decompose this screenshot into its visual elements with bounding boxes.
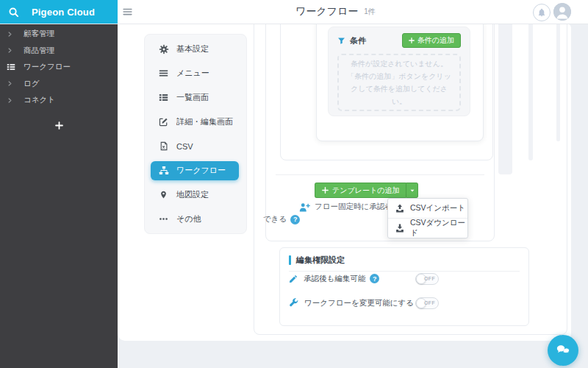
toggle-state-label: OFF	[424, 300, 435, 305]
tab-label: 詳細・編集画面	[176, 116, 233, 127]
sidebar-item-label: ログ	[24, 79, 40, 89]
download-icon	[395, 224, 404, 233]
sidebar-item-workflow[interactable]: ワークフロー	[0, 59, 118, 76]
chevron-right-icon	[7, 80, 17, 87]
gear-icon	[158, 44, 169, 54]
th-list-icon	[7, 63, 17, 71]
topbar: Pigeon Cloud ワークフロー 1件	[0, 0, 588, 24]
tab-label: 一覧画面	[176, 92, 209, 103]
plus-icon	[322, 187, 329, 194]
section-accent-bar	[289, 255, 291, 265]
add-template-label: テンプレートの追加	[332, 185, 399, 196]
nested-card-edge	[528, 24, 533, 160]
toggle-workflow-changeable[interactable]: OFF	[415, 297, 439, 309]
sidebar-item-connect[interactable]: コネクト	[0, 92, 118, 109]
tab-workflow[interactable]: ワークフロー	[151, 161, 239, 180]
menu-item-csv-download[interactable]: CSVダウンロード	[388, 218, 467, 238]
add-template-button[interactable]: テンプレートの追加	[315, 183, 406, 198]
content-area: 基本設定 メニュー 一覧画面	[118, 24, 588, 368]
page-title: ワークフロー	[295, 5, 358, 18]
nested-card-edge	[498, 24, 512, 174]
divider	[289, 271, 520, 272]
toggle-editable-after-approval[interactable]: OFF	[415, 273, 439, 285]
brand-title: Pigeon Cloud	[19, 7, 118, 18]
bars-icon	[158, 68, 169, 78]
empty-message-line: 「条件の追加」ボタンをクリッ	[347, 70, 451, 82]
permission-row-editable-after-approval: 承認後も編集可能 ? OFF	[289, 272, 520, 285]
edit-permissions-title: 編集権限設定	[296, 255, 345, 266]
permission-label: ワークフローを変更可能にする	[304, 298, 414, 308]
avatar[interactable]	[553, 3, 571, 21]
chat-button[interactable]	[548, 335, 578, 366]
add-condition-button[interactable]: 条件の追加	[402, 33, 461, 48]
ellipsis-icon	[158, 214, 169, 224]
bell-icon	[537, 8, 546, 17]
approver-note-continued: できる ?	[263, 214, 300, 224]
th-list-icon	[158, 93, 169, 102]
help-icon[interactable]: ?	[290, 215, 300, 224]
conditions-title: 条件	[350, 35, 366, 46]
empty-message-line: い。	[392, 95, 406, 107]
conditions-panel: 条件 条件の追加 条件が設定されていません。 「条件の追加」ボタンをクリッ クし…	[328, 26, 470, 116]
tab-basic-settings[interactable]: 基本設定	[145, 37, 246, 61]
tab-label: その他	[176, 213, 201, 224]
tab-detail-edit-screen[interactable]: 詳細・編集画面	[145, 110, 246, 134]
sidebar: 顧客管理 商品管理 ワークフロー ログ コネクト	[0, 24, 118, 368]
nested-card-edge	[556, 24, 560, 141]
plus-icon	[56, 122, 62, 129]
add-condition-label: 条件の追加	[417, 35, 454, 46]
sidebar-item-customers[interactable]: 顧客管理	[0, 26, 118, 43]
brand-block[interactable]: Pigeon Cloud	[0, 0, 118, 24]
pencil-icon	[289, 275, 298, 283]
notifications-button[interactable]	[533, 4, 551, 21]
plus-icon	[409, 38, 415, 43]
tab-label: 基本設定	[176, 43, 209, 54]
edit-permissions-box: 編集権限設定 承認後も編集可能 ? OFF	[279, 247, 529, 326]
empty-message-line: クして条件を追加してくださ	[351, 82, 448, 95]
conditions-title-row: 条件	[337, 35, 366, 46]
sidebar-item-label: 商品管理	[24, 46, 54, 56]
record-count: 1件	[364, 7, 376, 17]
sidebar-item-label: 顧客管理	[24, 29, 54, 39]
hamburger-icon[interactable]	[122, 7, 133, 17]
menu-item-csv-import[interactable]: CSVインポート	[388, 199, 467, 218]
add-template-dropdown-toggle[interactable]	[406, 183, 418, 198]
empty-message-line: 条件が設定されていません。	[351, 57, 448, 70]
edit-icon	[158, 117, 169, 127]
tab-map-settings[interactable]: 地図設定	[145, 183, 246, 207]
tab-label: CSV	[176, 142, 193, 151]
page-title-group: ワークフロー 1件	[295, 0, 376, 24]
map-marker-icon	[158, 190, 169, 199]
tab-list-screen[interactable]: 一覧画面	[145, 85, 246, 110]
main-panel: 基本設定 メニュー 一覧画面	[118, 24, 571, 341]
template-dropdown-menu: CSVインポート CSVダウンロード	[387, 198, 468, 238]
user-plus-icon	[299, 202, 310, 212]
approver-note: フロー固定時に承認者を	[299, 202, 400, 212]
sidebar-item-label: ワークフロー	[24, 62, 71, 72]
menu-item-label: CSVインポート	[410, 203, 465, 213]
tab-menu[interactable]: メニュー	[145, 61, 246, 85]
tab-label: ワークフロー	[176, 165, 226, 176]
chevron-right-icon	[7, 47, 17, 54]
tab-label: メニュー	[176, 68, 209, 79]
tab-csv[interactable]: CSV	[145, 134, 246, 158]
app-root: Pigeon Cloud ワークフロー 1件 顧客管理	[0, 0, 588, 368]
filter-icon	[337, 37, 345, 45]
permission-row-workflow-changeable: ワークフローを変更可能にする ? OFF	[289, 297, 520, 309]
settings-nav: 基本設定 メニュー 一覧画面	[144, 34, 247, 234]
sidebar-item-log[interactable]: ログ	[0, 76, 118, 93]
conditions-empty-box: 条件が設定されていません。 「条件の追加」ボタンをクリッ クして条件を追加してく…	[337, 54, 461, 111]
sitemap-icon	[158, 166, 169, 175]
search-icon[interactable]	[8, 7, 19, 18]
upload-icon	[395, 204, 404, 213]
sidebar-item-products[interactable]: 商品管理	[0, 43, 118, 60]
sidebar-add-button[interactable]	[0, 121, 118, 130]
menu-item-label: CSVダウンロード	[410, 218, 467, 238]
caret-down-icon	[409, 188, 415, 194]
tab-others[interactable]: その他	[145, 207, 246, 231]
file-csv-icon	[158, 141, 169, 151]
help-icon[interactable]: ?	[370, 274, 379, 283]
section-divider	[276, 174, 484, 175]
toggle-state-label: OFF	[424, 276, 435, 281]
permission-label: 承認後も編集可能	[304, 274, 365, 284]
